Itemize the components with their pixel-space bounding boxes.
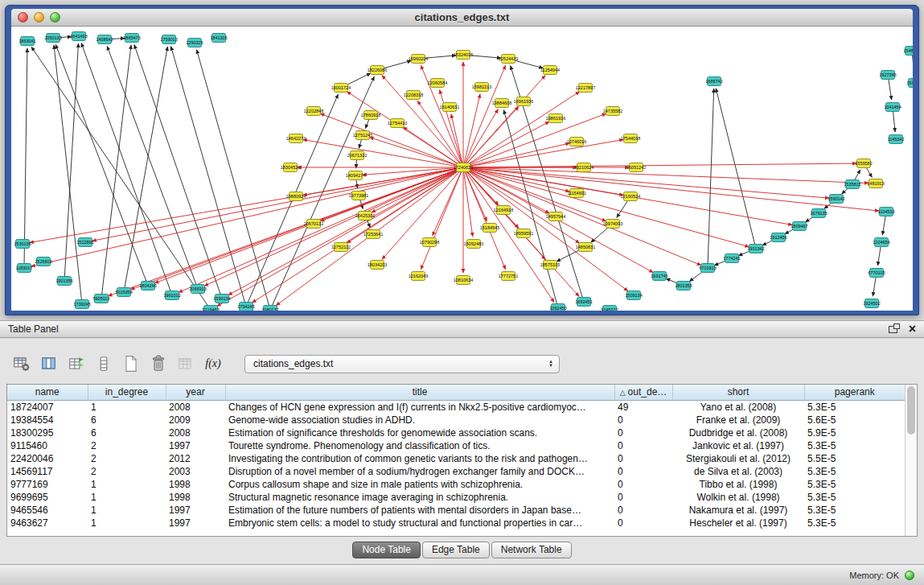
graph-node[interactable]: 16001724 xyxy=(331,84,351,93)
graph-node[interactable]: 12752112 xyxy=(331,243,351,252)
graph-node[interactable]: 12754410 xyxy=(388,119,407,128)
graph-node[interactable]: 16051242 xyxy=(626,163,646,172)
graph-node[interactable]: 17772751 xyxy=(499,272,518,281)
graph-node[interactable]: 1865473 xyxy=(123,34,140,43)
edit-table-icon[interactable] xyxy=(66,353,87,374)
graph-node[interactable]: 1104533 xyxy=(877,208,894,216)
graph-node[interactable]: 16140631 xyxy=(440,103,459,112)
graph-node[interactable]: 18959591 xyxy=(514,229,533,238)
cell-out_degree[interactable]: 0 xyxy=(614,504,672,517)
graph-node[interactable]: 1522896 xyxy=(76,238,93,247)
graph-node[interactable]: 6770105 xyxy=(868,269,885,278)
cell-out_degree[interactable]: 0 xyxy=(614,465,672,478)
table-row[interactable]: 1938455462009Genome-wide association stu… xyxy=(7,414,905,426)
graph-node[interactable]: 15092480 xyxy=(464,240,483,249)
graph-node[interactable]: 1535815 xyxy=(844,180,860,189)
cell-pagerank[interactable]: 5.3E-5 xyxy=(804,465,905,478)
cell-in_degree[interactable]: 2 xyxy=(88,465,166,478)
graph-node[interactable]: 18226086 xyxy=(368,66,387,75)
graph-edge[interactable] xyxy=(708,89,714,268)
graph-edge[interactable] xyxy=(463,109,498,167)
graph-node[interactable]: 1841305 xyxy=(210,34,227,43)
cell-short[interactable]: Yano et al. (2008) xyxy=(672,400,804,414)
graph-node[interactable]: 1901342 xyxy=(747,245,764,253)
graph-edge[interactable] xyxy=(204,167,463,286)
graph-edge[interactable] xyxy=(134,45,222,299)
cell-title[interactable]: Investigating the contribution of common… xyxy=(225,452,614,465)
graph-node[interactable]: 18575105 xyxy=(540,261,560,270)
cell-in_degree[interactable]: 1 xyxy=(88,491,166,504)
graph-node[interactable]: 19773981 xyxy=(349,192,368,200)
graph-node[interactable]: 1145342 xyxy=(887,135,904,144)
cell-in_degree[interactable]: 1 xyxy=(88,504,166,517)
graph-node[interactable]: 1408642 xyxy=(96,35,113,44)
graph-node[interactable]: 1774241 xyxy=(723,254,740,263)
graph-edge[interactable] xyxy=(463,167,869,183)
cell-year[interactable]: 2009 xyxy=(166,414,225,426)
cell-short[interactable]: Stergiakouli et al. (2012) xyxy=(672,452,804,465)
cell-short[interactable]: Dudbridge et al. (2008) xyxy=(672,426,804,439)
graph-node[interactable]: 15184545 xyxy=(480,224,499,233)
graph-edge[interactable] xyxy=(107,46,198,289)
cell-pagerank[interactable]: 5.3E-5 xyxy=(804,478,905,491)
column-header-title[interactable]: title xyxy=(225,385,614,400)
graph-node[interactable]: 2526603 xyxy=(35,257,51,266)
table-settings-icon[interactable] xyxy=(11,353,32,374)
graph-edge[interactable] xyxy=(92,167,463,241)
table-row[interactable]: 1872400712008Changes of HCN gene express… xyxy=(7,400,905,414)
graph-node[interactable]: 14850831 xyxy=(576,243,595,252)
cell-pagerank[interactable]: 5.6E-5 xyxy=(804,414,905,426)
cell-short[interactable]: Franke et al. (2009) xyxy=(672,414,804,426)
cell-title[interactable]: Corpus callosum shape and size in male p… xyxy=(225,478,614,491)
graph-node[interactable]: 1548013 xyxy=(903,47,913,56)
graph-node[interactable]: 9219463 xyxy=(202,306,219,311)
cell-pagerank[interactable]: 5.3E-5 xyxy=(804,491,905,504)
graph-node[interactable]: 19884608 xyxy=(492,99,511,108)
graph-edge[interactable] xyxy=(451,114,463,167)
function-builder-icon[interactable]: f(x) xyxy=(203,353,224,374)
graph-node[interactable]: 14735582 xyxy=(603,107,622,116)
cell-pagerank[interactable]: 5.3E-5 xyxy=(804,439,905,452)
cell-out_degree[interactable]: 0 xyxy=(614,517,672,529)
graph-edge[interactable] xyxy=(197,50,271,310)
network-canvas[interactable]: 1724062116051242121605241097409314850831… xyxy=(11,27,913,311)
graph-node[interactable]: 10790298 xyxy=(420,238,439,247)
cell-short[interactable]: Tibbo et al. (1998) xyxy=(672,478,804,491)
graph-node[interactable]: 1692451 xyxy=(575,298,592,307)
cell-pagerank[interactable]: 5.3E-5 xyxy=(804,504,905,517)
graph-node[interactable]: 12217897 xyxy=(576,84,595,93)
tab-edge-table[interactable]: Edge Table xyxy=(422,542,490,558)
cell-name[interactable]: 9115460 xyxy=(7,439,88,452)
graph-node[interactable]: 16961936 xyxy=(514,97,533,106)
graph-node[interactable]: 20671310 xyxy=(347,151,367,160)
cell-title[interactable]: Embryonic stem cells: a model to study s… xyxy=(225,517,614,529)
table-vertical-scrollbar[interactable] xyxy=(905,385,917,536)
graph-node[interactable]: 14957944 xyxy=(546,212,565,221)
cell-in_degree[interactable]: 2 xyxy=(88,452,166,465)
graph-edge[interactable] xyxy=(463,163,856,167)
graph-node[interactable]: 11154691 xyxy=(567,189,586,198)
cell-short[interactable]: Wolkin et al. (1998) xyxy=(672,491,804,504)
close-window-button[interactable] xyxy=(18,12,28,23)
column-header-out_degree[interactable]: △out_de… xyxy=(614,385,672,400)
graph-node[interactable]: 14094174 xyxy=(346,171,365,180)
graph-edge[interactable] xyxy=(716,89,756,249)
cell-in_degree[interactable]: 1 xyxy=(88,478,166,491)
cell-short[interactable]: Nakamura et al. (1997) xyxy=(672,504,804,517)
graph-node[interactable]: 5015354 xyxy=(115,288,132,297)
graph-node[interactable]: 1591344 xyxy=(906,79,913,88)
minimize-window-button[interactable] xyxy=(34,12,44,23)
graph-edge[interactable] xyxy=(31,167,463,266)
graph-node[interactable]: 15324015 xyxy=(454,51,473,60)
cell-in_degree[interactable]: 2 xyxy=(88,439,166,452)
graph-node[interactable]: 1041454 xyxy=(884,103,901,112)
cell-year[interactable]: 1998 xyxy=(166,491,225,504)
cell-short[interactable]: de Silva et al. (2003) xyxy=(672,465,804,478)
graph-edge[interactable] xyxy=(55,44,148,286)
new-table-icon[interactable] xyxy=(121,353,142,374)
cell-pagerank[interactable]: 5.3E-5 xyxy=(804,400,905,414)
graph-node[interactable]: 17240621 xyxy=(454,163,473,172)
table-selector-combo[interactable]: citations_edges.txt ▲▼ xyxy=(244,355,560,373)
graph-node[interactable]: 1290325 xyxy=(186,39,203,47)
cell-out_degree[interactable]: 49 xyxy=(614,400,672,414)
